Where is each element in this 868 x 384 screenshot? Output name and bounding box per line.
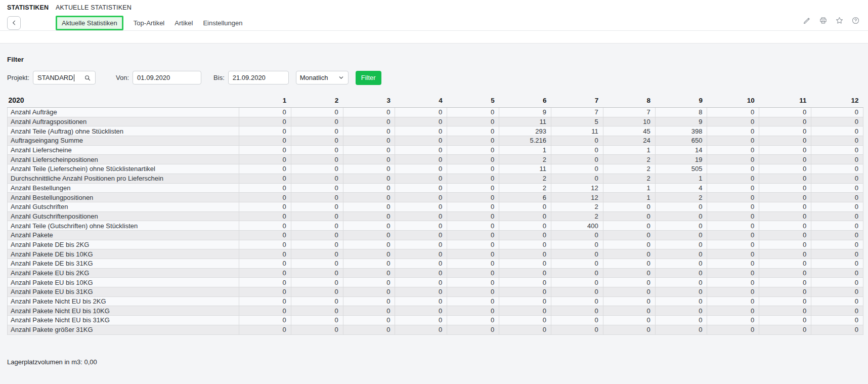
table-row: Anzahl Pakete DE bis 10KG000000000000 [8, 249, 863, 259]
cell-value: 0 [759, 155, 811, 164]
cell-value: 7 [551, 108, 603, 117]
row-label: Anzahl Pakete DE bis 10KG [8, 249, 239, 259]
cell-value: 0 [291, 174, 343, 183]
cell-value: 0 [759, 249, 811, 259]
table-row: Anzahl Pakete EU bis 31KG000000000000 [8, 287, 863, 297]
cell-value: 0 [239, 202, 291, 211]
cell-value: 0 [707, 230, 759, 240]
cell-value: 0 [759, 136, 811, 146]
cell-value: 0 [291, 108, 343, 117]
von-label: Von: [116, 74, 129, 81]
cell-value: 0 [811, 325, 863, 334]
cell-value: 0 [551, 240, 603, 249]
project-input[interactable]: STANDARD [33, 71, 96, 84]
table-row: Anzahl Pakete000000000000 [8, 230, 863, 240]
cell-value: 0 [707, 221, 759, 231]
cell-value: 0 [655, 230, 707, 240]
cell-value: 0 [811, 306, 863, 316]
cell-value: 0 [603, 259, 655, 269]
cell-value: 0 [447, 155, 499, 164]
pencil-icon[interactable] [803, 16, 811, 25]
cell-value: 24 [603, 136, 655, 146]
month-column-header: 7 [551, 96, 603, 108]
cell-value: 2 [655, 193, 707, 202]
cell-value: 2 [551, 202, 603, 211]
search-icon[interactable] [84, 74, 91, 81]
cell-value: 0 [811, 136, 863, 146]
cell-value: 0 [343, 117, 395, 126]
printer-icon[interactable] [819, 16, 828, 25]
cell-value: 0 [239, 193, 291, 202]
cell-value: 0 [759, 325, 811, 334]
table-row: Anzahl Pakete Nicht EU bis 2KG0000000000… [8, 296, 863, 306]
cell-value: 0 [343, 268, 395, 278]
cell-value: 0 [551, 155, 603, 164]
cell-value: 0 [759, 259, 811, 269]
cell-value: 0 [395, 136, 447, 146]
row-label: Anzahl Pakete Nicht EU bis 10KG [8, 306, 239, 316]
cell-value: 0 [655, 296, 707, 306]
cell-value: 0 [343, 145, 395, 155]
cell-value: 0 [447, 268, 499, 278]
cell-value: 0 [603, 268, 655, 278]
cell-value: 0 [447, 230, 499, 240]
cell-value: 0 [551, 296, 603, 306]
tab-top-artikel[interactable]: Top-Artikel [134, 17, 164, 29]
cell-value: 0 [759, 240, 811, 249]
cell-value: 0 [655, 278, 707, 287]
von-date-input[interactable]: 01.09.2020 [133, 71, 201, 84]
cell-value: 0 [811, 230, 863, 240]
project-input-value: STANDARD [37, 74, 73, 81]
interval-select[interactable]: Monatlich [296, 71, 349, 84]
month-column-header: 1 [239, 96, 291, 108]
cell-value: 0 [343, 164, 395, 174]
cell-value: 0 [447, 287, 499, 297]
cell-value: 0 [291, 306, 343, 316]
cell-value: 0 [447, 249, 499, 259]
cell-value: 0 [811, 240, 863, 249]
row-label: Anzahl Pakete EU bis 2KG [8, 268, 239, 278]
cell-value: 0 [499, 306, 551, 316]
cell-value: 0 [811, 174, 863, 183]
cell-value: 0 [655, 249, 707, 259]
cell-value: 0 [395, 145, 447, 155]
cell-value: 0 [395, 306, 447, 316]
cell-value: 0 [759, 126, 811, 136]
header-divider [0, 30, 868, 31]
cell-value: 0 [603, 296, 655, 306]
cell-value: 45 [603, 126, 655, 136]
cell-value: 0 [759, 211, 811, 221]
table-year-header: 2020 [8, 96, 239, 108]
cell-value: 0 [343, 211, 395, 221]
cell-value: 2 [603, 174, 655, 183]
cell-value: 0 [707, 202, 759, 211]
table-row: Anzahl Pakete EU bis 2KG000000000000 [8, 268, 863, 278]
cell-value: 0 [759, 164, 811, 174]
cell-value: 1 [499, 145, 551, 155]
cell-value: 0 [447, 296, 499, 306]
cell-value: 0 [499, 211, 551, 221]
cell-value: 0 [291, 240, 343, 249]
cell-value: 0 [707, 174, 759, 183]
cell-value: 0 [655, 306, 707, 316]
cell-value: 2 [499, 183, 551, 193]
star-icon[interactable] [835, 16, 844, 25]
tab-aktuelle-statistiken[interactable]: Aktuelle Statistiken [56, 16, 123, 30]
table-row: Anzahl Bestellungpositionen0000061212000 [8, 193, 863, 202]
tab-artikel[interactable]: Artikel [175, 17, 193, 29]
bis-date-input[interactable]: 21.09.2020 [228, 71, 289, 84]
cell-value: 0 [343, 193, 395, 202]
chevron-down-icon [338, 74, 344, 81]
cell-value: 0 [551, 306, 603, 316]
help-icon[interactable] [851, 16, 860, 25]
tab-einstellungen[interactable]: Einstellungen [203, 17, 242, 29]
cell-value: 0 [655, 259, 707, 269]
cell-value: 0 [343, 316, 395, 325]
month-column-header: 11 [759, 96, 811, 108]
cell-value: 0 [499, 202, 551, 211]
cell-value: 0 [499, 278, 551, 287]
filter-button[interactable]: Filter [356, 71, 381, 85]
table-row: Anzahl Pakete Nicht EU bis 31KG000000000… [8, 316, 863, 325]
back-button[interactable] [7, 16, 21, 30]
cell-value: 0 [811, 117, 863, 126]
